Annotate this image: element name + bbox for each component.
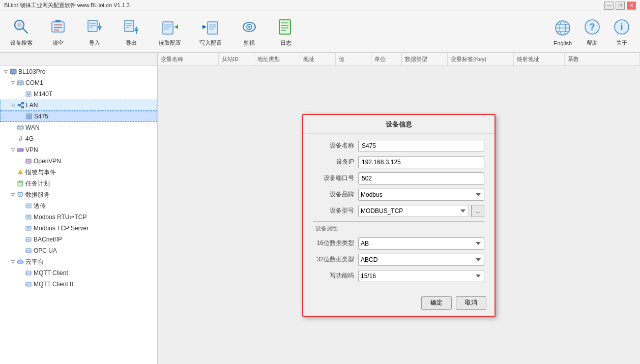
sidebar-item-s475[interactable]: ▷ S475 — [0, 111, 157, 122]
clear-icon — [48, 17, 68, 37]
monitor-label: 监视 — [244, 39, 255, 47]
sidebar-item-transparent[interactable]: 透传 — [0, 200, 157, 211]
sidebar-item-mqtt-client[interactable]: MQTT MQTT Client — [0, 267, 157, 279]
maximize-button[interactable]: □ — [616, 2, 625, 10]
sidebar-item-modbus-rtu[interactable]: Modbus RTU⇌TCP — [0, 211, 157, 223]
wan-icon — [16, 124, 24, 132]
data32-select[interactable]: ABCD BADC CDAB DCBA — [358, 254, 484, 266]
data16-label: 16位数据类型 — [313, 239, 354, 248]
sidebar-item-4g[interactable]: ▷ 4G — [0, 133, 157, 144]
sidebar-item-vpn[interactable]: ▽ VPN VPN — [0, 144, 157, 156]
sidebar-item-openvpn[interactable]: ▷ VPN OpenVPN — [0, 156, 157, 167]
4g-icon — [16, 135, 24, 143]
data16-select[interactable]: AB BA — [358, 237, 484, 250]
svg-line-63 — [20, 105, 21, 107]
main-layout: ▽ BL103Pro ▽ COM1 ▷ M140T ▽ — [0, 66, 640, 364]
sidebar: ▽ BL103Pro ▽ COM1 ▷ M140T ▽ — [0, 66, 158, 364]
data32-label: 32位数据类型 — [313, 255, 354, 264]
read-config-button[interactable]: 读取配置 — [151, 14, 189, 50]
mqtt-icon: MQTT — [24, 269, 33, 277]
english-button[interactable]: English — [548, 14, 577, 50]
sidebar-item-cloud[interactable]: ▽ 云平台 — [0, 256, 157, 267]
monitor-button[interactable]: 监视 — [232, 14, 267, 50]
sidebar-item-m140t[interactable]: ▷ M140T — [0, 88, 157, 100]
log-button[interactable]: 日志 — [269, 14, 303, 50]
sidebar-item-lan[interactable]: ▽ LAN — [0, 100, 157, 111]
sidebar-item-bacnet[interactable]: BAC BACnet/IP — [0, 234, 157, 245]
svg-point-32 — [248, 26, 250, 28]
model-extra-button[interactable]: ... — [471, 205, 484, 217]
device-brand-label: 设备品牌 — [313, 190, 354, 199]
expand-icon-cloud[interactable]: ▽ — [9, 258, 16, 265]
modal-footer: 确定 取消 — [303, 292, 494, 316]
sidebar-label-m140t: M140T — [34, 90, 52, 98]
svg-text:MQTT: MQTT — [26, 272, 32, 275]
modal-body: 设备名称 设备IP 设备端口号 设备品牌 — [303, 134, 494, 292]
svg-rect-8 — [88, 20, 97, 32]
import-button[interactable]: 导入 — [77, 14, 112, 50]
modal-title: 设备信息 — [303, 115, 494, 134]
sidebar-label-modbus-rtu: Modbus RTU⇌TCP — [34, 214, 86, 221]
search-button[interactable]: 设备搜索 — [4, 14, 39, 50]
write-func-select[interactable]: 15/16 5/6 — [358, 270, 484, 282]
clear-button[interactable]: 清空 — [41, 14, 75, 50]
expand-icon[interactable]: ▽ — [2, 68, 9, 75]
table-header: 变量名称 从站ID 地址类型 地址 值 单位 数据类型 变量标签(Key) 映射… — [0, 53, 640, 66]
minimize-button[interactable]: — — [604, 2, 614, 10]
svg-rect-74 — [18, 181, 23, 186]
svg-text:VPN: VPN — [18, 148, 23, 151]
svg-rect-7 — [55, 20, 61, 22]
sidebar-label-alarm: 报警与事件 — [25, 168, 56, 177]
svg-line-1 — [22, 28, 27, 33]
expand-icon-data-service[interactable]: ▽ — [9, 191, 16, 198]
svg-text:?: ? — [590, 22, 595, 32]
sidebar-item-bl103pro[interactable]: ▽ BL103Pro — [0, 66, 157, 77]
expand-icon-com1[interactable]: ▽ — [9, 79, 16, 86]
import-icon — [84, 17, 105, 37]
device-ip-input[interactable] — [358, 156, 484, 168]
window-controls[interactable]: — □ ✕ — [604, 2, 636, 10]
svg-marker-24 — [174, 25, 178, 29]
clear-label: 清空 — [52, 39, 64, 47]
device-model-select[interactable]: MODBUS_TCP MODBUS_RTU — [358, 205, 469, 217]
help-button[interactable]: ? 帮助 — [578, 14, 606, 50]
sidebar-item-wan[interactable]: ▷ WAN — [0, 122, 157, 133]
lan-icon — [17, 101, 25, 109]
close-button[interactable]: ✕ — [627, 2, 636, 10]
schedule-icon — [16, 179, 24, 188]
cancel-button[interactable]: 取消 — [456, 296, 486, 310]
svg-rect-81 — [26, 215, 31, 219]
device-ip-label: 设备IP — [313, 158, 354, 166]
search-label: 设备搜索 — [10, 39, 33, 47]
sidebar-item-modbus-tcp[interactable]: Modbus TCP Server — [0, 223, 157, 234]
sidebar-label-mqtt-client2: MQTT Client II — [34, 281, 73, 288]
about-button[interactable]: i 关于 — [607, 14, 636, 50]
svg-text:VPN: VPN — [26, 160, 31, 163]
sidebar-item-data-service[interactable]: ▽ 数据服务 — [0, 189, 157, 200]
sidebar-label-data-service: 数据服务 — [25, 191, 50, 199]
confirm-button[interactable]: 确定 — [421, 296, 452, 310]
device-brand-select[interactable]: Modbus BACnet SNMP — [358, 189, 484, 201]
export-button[interactable]: 导出 — [114, 14, 149, 50]
sidebar-label-4g: 4G — [25, 135, 34, 142]
write-config-icon — [200, 17, 221, 37]
device-port-input[interactable] — [358, 172, 484, 185]
th-unit: 单位 — [371, 53, 402, 66]
sidebar-item-com1[interactable]: ▽ COM1 — [0, 77, 157, 88]
sidebar-label-cloud: 云平台 — [25, 258, 44, 266]
vpn-icon: VPN — [16, 146, 24, 154]
sidebar-item-schedule[interactable]: ▷ 任务计划 — [0, 178, 157, 189]
alarm-icon: ! — [16, 168, 24, 176]
sidebar-item-opc-ua[interactable]: OPC OPC UA — [0, 245, 157, 256]
sidebar-item-mqtt-client2[interactable]: MQTT MQTT Client II — [0, 279, 157, 290]
device-attrs-label: 设备属性 — [315, 225, 338, 231]
expand-icon-vpn[interactable]: ▽ — [9, 146, 16, 154]
svg-rect-65 — [27, 115, 31, 118]
svg-marker-12 — [98, 26, 102, 31]
device-brand-row: 设备品牌 Modbus BACnet SNMP — [313, 189, 484, 201]
write-config-button[interactable]: 写入配置 — [191, 14, 230, 50]
sidebar-item-alarm[interactable]: ▷ ! 报警与事件 — [0, 167, 157, 178]
vpn-sub-icon: VPN — [24, 157, 33, 165]
device-name-input[interactable] — [358, 140, 484, 152]
expand-icon-lan[interactable]: ▽ — [10, 102, 17, 109]
